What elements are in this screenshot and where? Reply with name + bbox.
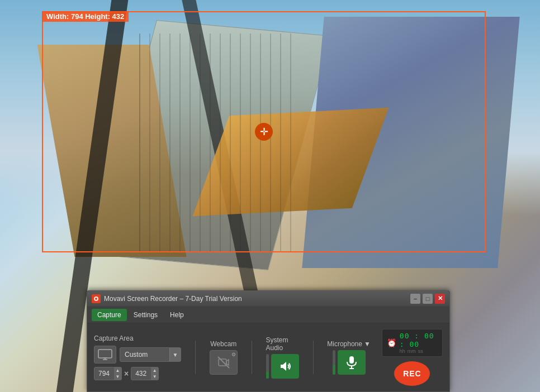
width-spinners: ▲ ▼ <box>114 367 121 380</box>
svg-point-18 <box>95 298 97 300</box>
maximize-button[interactable]: □ <box>423 294 433 304</box>
divider-2 <box>252 341 252 374</box>
microphone-icon <box>345 356 358 369</box>
svg-rect-19 <box>98 350 112 358</box>
system-audio-slider[interactable] <box>266 354 269 379</box>
menu-help[interactable]: Help <box>164 309 190 321</box>
preset-dropdown-value: Custom <box>120 351 169 358</box>
capture-area-label: Capture Area <box>94 334 181 342</box>
dimension-separator: × <box>124 369 129 378</box>
divider-1 <box>195 341 196 374</box>
capture-controls: Custom ▼ <box>94 346 181 364</box>
height-input-wrap: ▲ ▼ <box>131 367 159 380</box>
app-icon <box>92 294 101 303</box>
system-audio-slider-fill <box>266 371 269 379</box>
system-audio-controls <box>266 354 299 379</box>
move-arrows: ✛ <box>260 127 268 137</box>
title-bar-text: Movavi Screen Recorder – 7-Day Trial Ver… <box>104 295 410 303</box>
timer-hh: hh <box>400 348 405 354</box>
webcam-section: Webcam ⚙ <box>210 340 238 375</box>
screen-select-button[interactable] <box>94 346 116 364</box>
microphone-controls <box>333 350 366 375</box>
svg-rect-27 <box>349 356 354 364</box>
rec-button[interactable]: REC <box>394 361 430 386</box>
microphone-section: Microphone ▼ <box>327 340 371 375</box>
microphone-dropdown-arrow: ▼ <box>364 340 371 348</box>
title-bar-controls: – □ ✕ <box>410 294 445 304</box>
microphone-slider-fill <box>333 365 335 375</box>
content-area: Capture Area Custom ▼ <box>87 323 449 391</box>
timer-display-group: 00 : 00 : 00 hh mm ss <box>400 332 438 354</box>
dimension-controls: ▲ ▼ × ▲ ▼ <box>94 367 181 380</box>
menu-settings[interactable]: Settings <box>128 309 163 321</box>
timer-units: hh mm ss <box>400 348 438 354</box>
gear-icon: ⚙ <box>231 352 236 357</box>
building-lines-svg <box>134 34 296 251</box>
timer-ss: ss <box>418 348 423 354</box>
screen-icon <box>98 349 112 360</box>
menu-bar: Capture Settings Help <box>87 307 449 323</box>
height-down-button[interactable]: ▼ <box>151 374 158 380</box>
system-audio-label: System Audio <box>266 336 299 352</box>
microphone-button[interactable] <box>338 350 366 375</box>
height-up-button[interactable]: ▲ <box>151 367 158 374</box>
minimize-button[interactable]: – <box>410 294 420 304</box>
width-down-button[interactable]: ▼ <box>114 374 121 380</box>
microphone-label-row[interactable]: Microphone ▼ <box>327 340 371 348</box>
size-label: Width: 794 Height: 432 <box>42 11 129 22</box>
microphone-slider[interactable] <box>333 350 335 375</box>
recorder-panel: Movavi Screen Recorder – 7-Day Trial Ver… <box>87 290 450 392</box>
webcam-label: Webcam <box>210 340 236 348</box>
clock-icon: ⏰ <box>387 338 396 347</box>
system-audio-section: System Audio <box>266 336 299 379</box>
timer-box: ⏰ 00 : 00 : 00 hh mm ss <box>382 329 443 357</box>
close-button[interactable]: ✕ <box>435 294 445 304</box>
svg-marker-26 <box>281 362 286 371</box>
width-input-wrap: ▲ ▼ <box>94 367 122 380</box>
system-audio-button[interactable] <box>271 354 299 379</box>
capture-area-section: Capture Area Custom ▼ <box>94 334 181 380</box>
webcam-button[interactable]: ⚙ <box>210 350 238 375</box>
height-spinners: ▲ ▼ <box>151 367 158 380</box>
webcam-icon <box>217 356 230 369</box>
speaker-icon <box>278 360 292 373</box>
timer-mm: mm <box>408 348 416 354</box>
svg-line-25 <box>218 357 229 368</box>
timer-display: 00 : 00 : 00 <box>400 332 438 348</box>
width-up-button[interactable]: ▲ <box>114 367 121 374</box>
timer-rec-section: ⏰ 00 : 00 : 00 hh mm ss REC <box>382 329 443 386</box>
microphone-label: Microphone <box>327 340 362 348</box>
menu-capture[interactable]: Capture <box>92 309 127 321</box>
divider-3 <box>313 341 314 374</box>
dropdown-arrow-icon[interactable]: ▼ <box>169 348 181 361</box>
title-bar: Movavi Screen Recorder – 7-Day Trial Ver… <box>87 291 449 307</box>
move-cursor-icon: ✛ <box>254 122 274 142</box>
preset-dropdown[interactable]: Custom ▼ <box>120 347 181 362</box>
